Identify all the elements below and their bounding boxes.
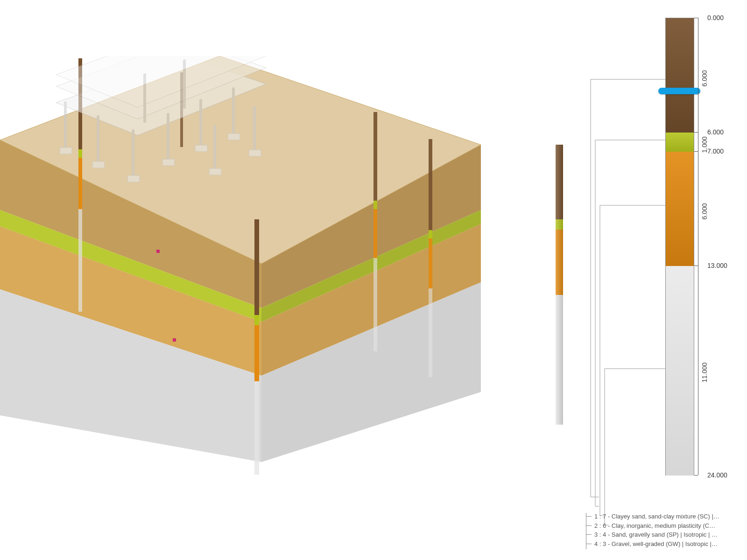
depth-label-0: 0.000 bbox=[707, 14, 724, 21]
stratum-layer-3 bbox=[666, 152, 694, 266]
svg-rect-25 bbox=[429, 288, 432, 377]
svg-rect-24 bbox=[429, 238, 432, 288]
legend-row-4: 4 : 3 - Gravel, well-graded (GW) | Isotr… bbox=[586, 539, 735, 549]
soil-block-svg bbox=[0, 56, 490, 476]
svg-rect-11 bbox=[78, 149, 82, 158]
svg-rect-44 bbox=[195, 145, 207, 152]
dim-layer-1: 6.000 bbox=[701, 70, 708, 86]
svg-rect-47 bbox=[249, 150, 261, 156]
borehole-column bbox=[665, 18, 694, 476]
depth-axis: 0.000 6.000 7.000 13.000 24.000 6.000 1.… bbox=[694, 18, 732, 475]
svg-rect-42 bbox=[127, 175, 140, 182]
depth-label-7: 7.000 bbox=[707, 147, 724, 155]
svg-rect-45 bbox=[228, 133, 240, 140]
svg-rect-40 bbox=[60, 147, 72, 154]
svg-rect-22 bbox=[429, 139, 432, 230]
svg-rect-46 bbox=[209, 168, 221, 175]
svg-rect-19 bbox=[374, 201, 377, 209]
svg-rect-16 bbox=[254, 325, 259, 381]
svg-rect-49 bbox=[173, 338, 176, 342]
legend-row-3: 3 : 4 - Sand, gravelly sand (SP) | Isotr… bbox=[586, 530, 735, 539]
dim-layer-4: 11.000 bbox=[701, 363, 708, 383]
stratum-layer-4 bbox=[666, 266, 694, 476]
stratum-layer-1 bbox=[666, 18, 694, 133]
soil-block-3d-view bbox=[0, 56, 490, 476]
legend-row-1: 1 : 7 - Clayey sand, sand-clay mixture (… bbox=[586, 512, 735, 521]
svg-rect-48 bbox=[156, 250, 160, 253]
legend-row-2: 2 : 6 - Clay, inorganic, medium plastici… bbox=[586, 521, 735, 531]
depth-label-24: 24.000 bbox=[707, 471, 727, 479]
svg-rect-43 bbox=[162, 159, 175, 166]
svg-rect-18 bbox=[374, 112, 377, 201]
dim-layer-2: 1.000 bbox=[701, 136, 708, 153]
svg-rect-15 bbox=[254, 315, 259, 325]
layer-legend: 1 : 7 - Clayey sand, sand-clay mixture (… bbox=[586, 512, 735, 548]
depth-label-13: 13.000 bbox=[707, 262, 727, 269]
svg-rect-12 bbox=[78, 158, 82, 209]
depth-label-6: 6.000 bbox=[707, 128, 724, 136]
mini-borehole-column bbox=[556, 145, 563, 425]
svg-rect-23 bbox=[429, 230, 432, 238]
svg-rect-21 bbox=[374, 258, 377, 351]
svg-rect-14 bbox=[254, 219, 259, 315]
svg-rect-41 bbox=[92, 161, 105, 168]
svg-rect-17 bbox=[254, 381, 259, 475]
stratum-layer-2 bbox=[666, 133, 694, 152]
svg-rect-13 bbox=[78, 209, 82, 312]
borehole-log-panel: 0.000 6.000 7.000 13.000 24.000 6.000 1.… bbox=[586, 14, 735, 527]
dim-layer-3: 6.000 bbox=[701, 203, 708, 219]
svg-rect-20 bbox=[374, 209, 377, 258]
